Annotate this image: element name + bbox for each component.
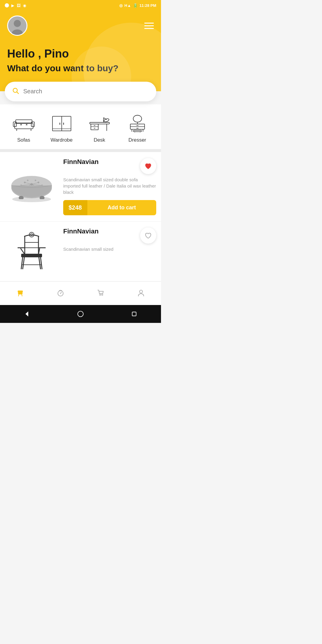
android-recent-button[interactable]	[130, 309, 139, 318]
status-globe-icon: ◉	[23, 3, 26, 8]
category-sofas-label: Sofas	[17, 137, 30, 143]
search-bar[interactable]	[5, 82, 156, 101]
svg-point-1	[14, 20, 21, 27]
status-dot-1	[5, 3, 9, 7]
svg-line-74	[21, 257, 23, 269]
sub-greeting-text: What do you want to buy?	[7, 63, 154, 73]
nav-cart[interactable]	[90, 287, 111, 299]
svg-line-70	[21, 248, 25, 254]
status-bar: ▶ 🖼 ◉ ◎ H▲ 🔋 11:28 PM	[0, 0, 161, 11]
svg-line-82	[22, 294, 22, 296]
products-section: FinnNavian Scandinavian small sized doub…	[0, 152, 161, 281]
product-info-2: FinnNavian Scandinavian small sized	[63, 227, 156, 275]
top-nav	[7, 16, 154, 36]
bottom-nav	[0, 281, 161, 305]
desk-icon	[86, 113, 113, 134]
svg-line-75	[41, 257, 42, 269]
status-left-icons: ▶ 🖼 ◉	[5, 3, 26, 8]
status-photo-icon: 🖼	[17, 3, 21, 8]
category-section: Sofas Wardrobe	[0, 104, 161, 149]
svg-rect-5	[14, 123, 33, 129]
svg-point-91	[140, 290, 143, 293]
svg-rect-7	[13, 122, 16, 127]
product-image-1	[5, 158, 58, 206]
category-dresser[interactable]: Dresser	[118, 113, 156, 143]
svg-rect-62	[40, 197, 44, 199]
search-icon	[12, 87, 19, 96]
favorite-button-1[interactable]	[140, 158, 156, 174]
dresser-icon	[124, 113, 151, 134]
product-card-2: FinnNavian Scandinavian small sized	[0, 222, 161, 281]
product-info-1: FinnNavian Scandinavian small sized doub…	[63, 158, 156, 215]
svg-rect-94	[132, 312, 136, 316]
svg-line-4	[17, 92, 19, 94]
status-right-icons: ◎ H▲ 🔋 11:28 PM	[119, 3, 156, 8]
svg-point-89	[100, 294, 101, 295]
product-image-2	[5, 227, 58, 275]
svg-line-86	[61, 290, 62, 291]
svg-marker-92	[25, 311, 28, 316]
header-area: Hello , Pino What do you want to buy?	[0, 11, 161, 91]
product-brand-2: FinnNavian	[63, 227, 99, 235]
svg-point-51	[27, 179, 29, 181]
category-desk[interactable]: Desk	[80, 113, 118, 143]
product-title-row-2: FinnNavian	[63, 227, 156, 244]
wardrobe-icon	[48, 113, 75, 134]
nav-profile[interactable]	[131, 287, 151, 299]
product-desc-2: Scandinavian small sized	[63, 246, 156, 252]
nav-timer[interactable]	[50, 287, 71, 299]
status-signal-icon: H▲	[124, 3, 131, 8]
product-card-1: FinnNavian Scandinavian small sized doub…	[0, 152, 161, 222]
add-to-cart-label-1: Add to cart	[87, 200, 157, 215]
status-wifi-icon: ◎	[119, 3, 123, 8]
category-desk-label: Desk	[94, 137, 105, 143]
category-dresser-label: Dresser	[129, 137, 146, 143]
svg-rect-61	[19, 197, 24, 199]
android-back-button[interactable]	[22, 309, 31, 318]
product-title-row-1: FinnNavian	[63, 158, 156, 174]
add-to-cart-button-1[interactable]: $248 Add to cart	[63, 200, 156, 215]
svg-point-88	[60, 293, 61, 294]
svg-point-52	[35, 179, 36, 181]
svg-line-85	[59, 290, 60, 291]
svg-rect-21	[91, 124, 98, 130]
product-desc-1: Scandinavian small sized double sofa imp…	[63, 177, 156, 195]
category-row: Sofas Wardrobe	[5, 113, 156, 143]
svg-point-28	[103, 118, 109, 122]
category-wardrobe[interactable]: Wardrobe	[43, 113, 80, 143]
product-price-1: $248	[63, 200, 87, 215]
status-battery-icon: 🔋	[133, 3, 138, 8]
favorite-button-2[interactable]	[140, 227, 156, 244]
status-youtube-icon: ▶	[11, 3, 14, 8]
svg-point-29	[133, 115, 141, 122]
search-container	[5, 82, 156, 101]
category-wardrobe-label: Wardrobe	[50, 137, 72, 143]
svg-line-81	[18, 294, 19, 296]
svg-point-90	[102, 294, 103, 295]
nav-home[interactable]	[10, 287, 31, 299]
svg-rect-80	[18, 291, 23, 292]
product-brand-1: FinnNavian	[63, 158, 99, 166]
search-input[interactable]	[23, 88, 149, 95]
user-avatar[interactable]	[7, 16, 27, 36]
greeting-text: Hello , Pino	[7, 48, 154, 60]
sofa-icon	[10, 113, 37, 134]
android-nav-bar	[0, 305, 161, 323]
android-home-button[interactable]	[76, 309, 85, 318]
menu-button[interactable]	[144, 23, 154, 29]
section-divider	[0, 149, 161, 152]
svg-rect-38	[133, 130, 141, 131]
category-sofas[interactable]: Sofas	[5, 113, 43, 143]
status-time: 11:28 PM	[140, 3, 156, 8]
svg-point-93	[78, 311, 83, 317]
